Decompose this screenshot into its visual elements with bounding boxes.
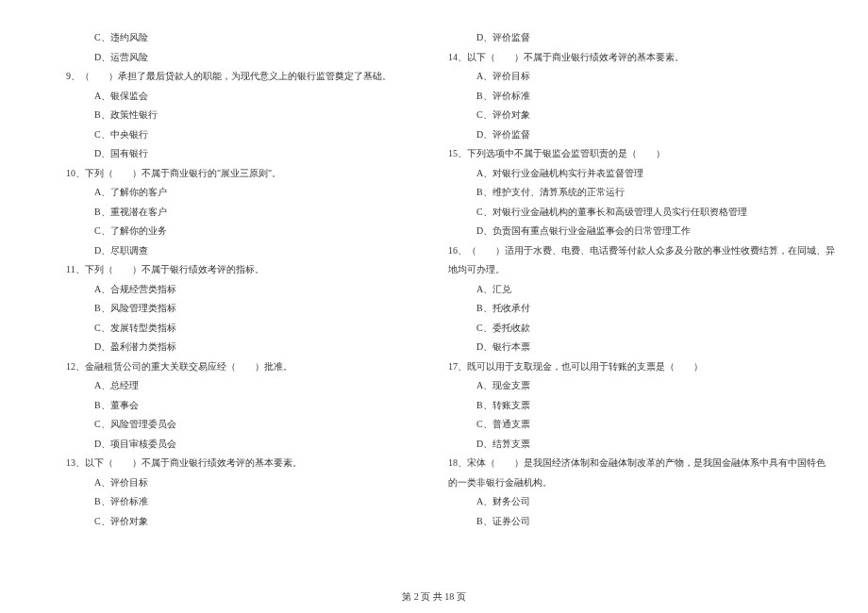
option-text: D、项目审核委员会: [57, 435, 392, 455]
option-text: C、风险管理委员会: [57, 415, 392, 435]
option-text: C、对银行业金融机构的董事长和高级管理人员实行任职资格管理: [439, 203, 835, 223]
option-text: D、结算支票: [439, 435, 835, 455]
option-text: B、评价标准: [439, 87, 835, 107]
option-text: B、证券公司: [439, 512, 835, 532]
option-text: A、财务公司: [439, 492, 835, 512]
option-text: C、委托收款: [439, 319, 835, 339]
option-text: C、违约风险: [57, 28, 392, 48]
question-continuation: 的一类非银行金融机构。: [439, 473, 835, 493]
option-text: A、合规经营类指标: [57, 280, 392, 300]
right-column: D、评价监督 14、以下（ ）不属于商业银行绩效考评的基本要素。 A、评价目标 …: [439, 28, 835, 575]
question-text: 9、（ ）承担了最后贷款人的职能，为现代意义上的银行监管奠定了基础。: [57, 67, 392, 87]
option-text: A、银保监会: [57, 87, 392, 107]
question-text: 17、既可以用于支取现金，也可以用于转账的支票是（ ）: [439, 357, 835, 377]
option-text: A、现金支票: [439, 376, 835, 396]
option-text: B、董事会: [57, 396, 392, 416]
question-text: 18、宋体（ ）是我国经济体制和金融体制改革的产物，是我国金融体系中具有中国特色: [439, 454, 835, 473]
option-text: D、负责国有重点银行业金融监事会的日常管理工作: [439, 222, 835, 241]
question-text: 15、下列选项中不属于银监会监管职责的是（ ）: [439, 144, 835, 164]
option-text: A、评价目标: [439, 67, 835, 87]
option-text: D、国有银行: [57, 144, 392, 164]
option-text: B、托收承付: [439, 299, 835, 319]
question-text: 16、（ ）适用于水费、电费、电话费等付款人众多及分散的事业性收费结算，在同城、…: [439, 241, 835, 261]
option-text: A、总经理: [57, 376, 392, 396]
option-text: C、评价对象: [57, 512, 392, 532]
option-text: B、维护支付、清算系统的正常运行: [439, 183, 835, 203]
option-text: C、普通支票: [439, 415, 835, 435]
two-column-layout: C、违约风险 D、运营风险 9、（ ）承担了最后贷款人的职能，为现代意义上的银行…: [57, 28, 811, 575]
option-text: B、重视潜在客户: [57, 203, 392, 223]
option-text: D、评价监督: [439, 28, 835, 48]
option-text: B、评价标准: [57, 492, 392, 512]
option-text: D、评价监督: [439, 125, 835, 145]
option-text: C、了解你的业务: [57, 222, 392, 241]
question-text: 14、以下（ ）不属于商业银行绩效考评的基本要素。: [439, 48, 835, 68]
option-text: D、银行本票: [439, 338, 835, 357]
page-footer: 第 2 页 共 18 页: [0, 590, 868, 604]
question-text: 13、以下（ ）不属于商业银行绩效考评的基本要素。: [57, 454, 392, 473]
option-text: A、汇兑: [439, 280, 835, 300]
option-text: C、中央银行: [57, 125, 392, 145]
option-text: B、风险管理类指标: [57, 299, 392, 319]
question-continuation: 地均可办理。: [439, 260, 835, 280]
option-text: A、对银行业金融机构实行并表监督管理: [439, 164, 835, 184]
option-text: B、转账支票: [439, 396, 835, 416]
question-text: 11、下列（ ）不属于银行绩效考评的指标。: [57, 260, 392, 280]
option-text: D、盈利潜力类指标: [57, 338, 392, 357]
question-text: 12、金融租赁公司的重大关联交易应经（ ）批准。: [57, 357, 392, 377]
option-text: C、评价对象: [439, 106, 835, 125]
option-text: C、发展转型类指标: [57, 319, 392, 339]
option-text: D、尽职调查: [57, 241, 392, 261]
option-text: D、运营风险: [57, 48, 392, 68]
question-text: 10、下列（ ）不属于商业银行的"展业三原则"。: [57, 164, 392, 184]
option-text: A、评价目标: [57, 473, 392, 493]
option-text: B、政策性银行: [57, 106, 392, 125]
left-column: C、违约风险 D、运营风险 9、（ ）承担了最后贷款人的职能，为现代意义上的银行…: [57, 28, 392, 575]
option-text: A、了解你的客户: [57, 183, 392, 203]
